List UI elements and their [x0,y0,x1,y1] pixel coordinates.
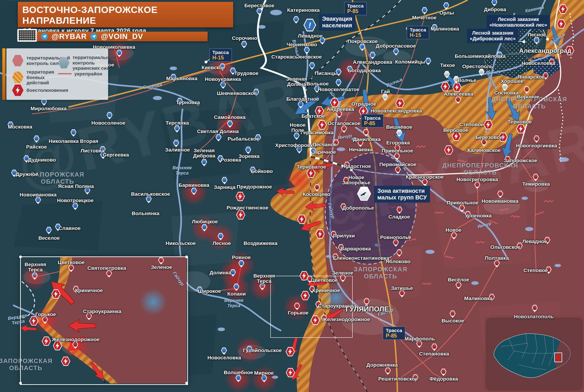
town-marker [456,282,462,289]
clash-icon [285,347,295,356]
town-marker [259,283,265,290]
town-marker [532,305,538,312]
town-marker [314,184,320,192]
road-label-title: Трасса [386,328,402,333]
town-marker [394,153,400,160]
town-marker [253,89,259,96]
town-marker [233,284,239,291]
town-marker [332,254,339,261]
clash-icon [441,82,450,92]
town-marker [474,182,480,189]
town-marker [197,286,203,294]
qr-code [17,29,37,42]
town-marker [201,224,208,232]
clash-icon [395,98,405,108]
town-marker [235,375,242,382]
town-marker [432,24,438,32]
town-marker [453,76,459,84]
region-label: ДНЕПРОПЕТРОВСКАЯ ОБЛАСТЬ [442,162,518,176]
clash-icon [516,124,526,134]
town-marker [170,74,177,81]
town-marker [116,50,123,57]
town-marker [298,101,304,108]
town-marker [217,155,223,163]
town-marker [394,144,401,152]
town-marker [319,37,326,45]
town-marker [497,52,503,59]
map-stage: @RYBAR @RYBAR ВОСТОЧНО-ЗАПОРОЖСКОЕ НАПРА… [0,0,584,392]
road-label-number: Р-85 [364,120,381,126]
forest-reserve-label: Лесной заказник «Новопавловский лес» [487,15,550,30]
town-marker [336,79,342,86]
town-marker [505,156,511,164]
town-marker [497,190,503,198]
town-marker [230,269,236,277]
town-marker [481,139,487,146]
town-marker [336,68,342,76]
town-marker [8,122,14,129]
town-marker [549,58,555,66]
rifle-icon [360,189,369,198]
town-marker [173,140,179,147]
town-marker [451,232,457,240]
inset-map-frame [20,256,188,385]
town-marker [72,202,79,210]
town-marker [534,37,540,44]
legend-fortification-label: укрепрайон [74,71,102,76]
town-marker [340,275,346,282]
town-marker [100,152,106,159]
town-marker [191,188,197,195]
clash-icon [235,192,245,201]
town-marker [425,58,431,65]
town-marker [385,368,391,375]
town-marker [416,340,423,348]
road-label: ТрассаР-85 [344,2,367,15]
town-marker [422,7,428,14]
legend-clash-label: боестолкновения [27,88,68,93]
town-marker [399,290,405,298]
town-marker [261,375,267,382]
town-marker [544,237,550,244]
town-marker [201,159,207,166]
clash-icon [498,132,508,142]
town-marker [338,244,344,252]
town-marker [216,134,222,142]
town-marker [220,81,226,89]
legend-combat-label: территория боевых действий [27,69,58,86]
town-marker [347,66,353,74]
frame-dot [185,382,188,384]
town-marker [146,196,152,203]
telegram-icon [90,33,97,40]
town-marker [455,96,461,104]
town-marker [494,260,500,268]
clash-icon [330,98,340,107]
town-marker [256,8,262,16]
clash-icon [315,106,324,116]
town-marker [238,260,244,268]
town-marker [546,266,552,274]
legend: территориальный контроль сил РФ территор… [7,48,108,100]
town-marker [465,211,471,218]
town-marker [344,162,350,169]
river-label: Верхняя Терса [224,298,243,308]
town-marker [517,242,523,250]
town-marker [221,347,227,355]
evacuation-callout: Эвакуация населения [319,14,355,30]
town-marker [489,294,495,301]
road-label-title: Трасса [364,115,381,120]
town-marker [177,98,183,105]
town-marker [314,86,320,93]
region-label: ДНЕПРОПЕТРОВСКАЯ ОБЛАСТЬ [491,96,567,110]
town-marker [221,177,228,184]
town-marker [336,111,342,118]
town-marker [412,374,419,382]
town-marker [393,48,399,56]
town-marker [315,301,322,308]
town-marker [395,166,401,174]
town-marker [359,44,366,51]
town-marker [293,16,299,24]
town-marker [250,166,256,174]
road-label-number: Н-15 [212,55,229,60]
town-marker [107,112,113,120]
town-marker [479,68,485,76]
